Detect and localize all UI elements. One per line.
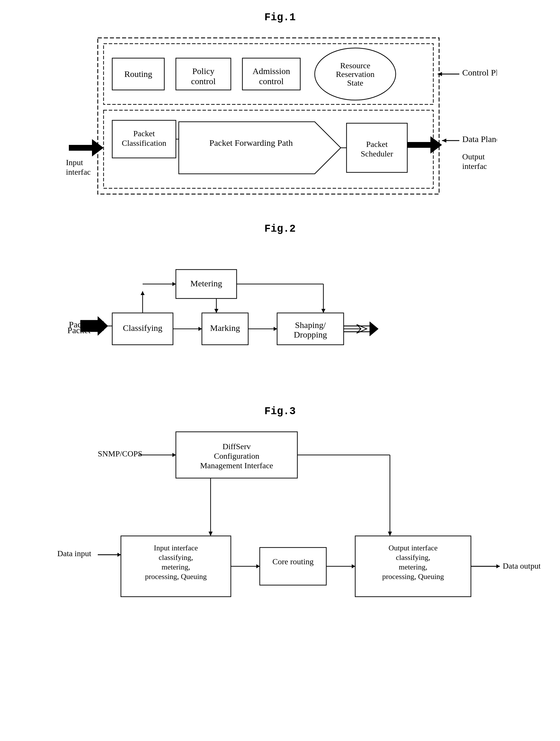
svg-text:Dropping: Dropping [294, 330, 327, 339]
svg-marker-105 [496, 564, 500, 568]
svg-text:Input: Input [66, 158, 83, 167]
svg-text:processing, Queuing: processing, Queuing [145, 572, 207, 581]
svg-marker-18 [69, 139, 103, 156]
svg-text:State: State [347, 78, 363, 87]
svg-text:classifying,: classifying, [396, 553, 430, 562]
svg-marker-50 [141, 291, 145, 295]
fig3-container: DiffServ Configuration Management Interf… [49, 426, 511, 623]
svg-marker-34 [442, 139, 446, 143]
svg-marker-17 [438, 72, 442, 76]
svg-text:Resource: Resource [340, 61, 370, 70]
svg-text:Reservation: Reservation [336, 70, 374, 79]
svg-marker-48 [198, 327, 202, 331]
svg-marker-63 [274, 327, 277, 331]
svg-text:Packet: Packet [67, 325, 91, 335]
svg-text:Packet: Packet [133, 129, 155, 138]
svg-text:Policy: Policy [192, 66, 215, 76]
svg-marker-98 [352, 564, 355, 568]
fig2-title: Fig.2 [23, 223, 537, 235]
svg-text:Admission: Admission [253, 66, 290, 76]
svg-marker-31 [407, 136, 442, 153]
svg-text:Core routing: Core routing [273, 557, 313, 566]
fig3-title: Fig.3 [23, 405, 537, 417]
svg-marker-84 [388, 532, 392, 536]
svg-text:Classification: Classification [122, 139, 166, 147]
fig1-container: Routing Policy control Admission control… [63, 32, 497, 200]
svg-text:Data input: Data input [57, 549, 91, 558]
svg-text:Control Plane: Control Plane [462, 68, 497, 77]
svg-text:control: control [191, 76, 216, 86]
fig2-diagram: Packet Classifying [63, 244, 468, 382]
svg-text:Shaping/: Shaping/ [295, 320, 326, 330]
fig2-container: Packet Classifying [63, 244, 497, 382]
svg-text:Configuration: Configuration [214, 452, 259, 461]
svg-marker-87 [118, 553, 121, 557]
svg-text:SNMP/COPS: SNMP/COPS [98, 449, 142, 458]
svg-text:Metering: Metering [190, 278, 222, 288]
svg-marker-24 [179, 122, 341, 174]
svg-marker-56 [214, 309, 218, 313]
svg-text:Packet: Packet [366, 140, 388, 149]
svg-text:classifying,: classifying, [158, 553, 193, 562]
svg-text:control: control [259, 76, 284, 86]
svg-marker-52 [172, 282, 176, 286]
fig1-diagram: Routing Policy control Admission control… [63, 32, 497, 200]
fig1-title: Fig.1 [23, 12, 537, 23]
svg-text:interfac: interfac [66, 167, 91, 177]
svg-text:processing, Queuing: processing, Queuing [382, 572, 444, 581]
svg-text:Data Plane: Data Plane [462, 134, 497, 144]
svg-marker-94 [256, 564, 260, 568]
svg-text:Data output: Data output [503, 561, 540, 570]
svg-text:Output interface: Output interface [389, 544, 438, 552]
svg-text:Output: Output [462, 152, 485, 161]
svg-marker-71 [370, 322, 378, 336]
svg-text:metering,: metering, [162, 563, 190, 571]
svg-text:Packet Forwarding Path: Packet Forwarding Path [209, 138, 293, 147]
svg-marker-81 [209, 532, 213, 536]
svg-marker-79 [172, 453, 176, 457]
svg-text:Routing: Routing [124, 69, 152, 79]
svg-text:metering,: metering, [399, 563, 427, 571]
svg-text:Marking: Marking [210, 323, 240, 333]
svg-text:DiffServ: DiffServ [222, 442, 251, 451]
svg-text:Input interface: Input interface [154, 544, 198, 552]
svg-rect-95 [260, 547, 326, 585]
svg-text:Management Interface: Management Interface [200, 461, 273, 470]
svg-text:Scheduler: Scheduler [361, 149, 394, 158]
fig3-diagram: DiffServ Configuration Management Interf… [49, 426, 540, 623]
svg-text:Classifying: Classifying [123, 323, 162, 333]
svg-marker-59 [322, 309, 326, 313]
svg-text:interfac: interfac [462, 162, 487, 171]
